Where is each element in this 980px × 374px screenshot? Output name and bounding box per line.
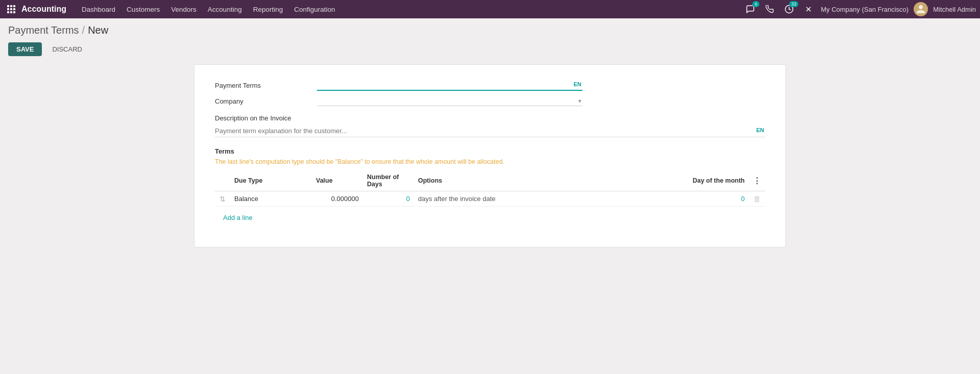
col-sort-header	[215, 170, 230, 191]
svg-rect-0	[7, 5, 9, 7]
nav-reporting[interactable]: Reporting	[248, 4, 288, 15]
nav-dashboard[interactable]: Dashboard	[77, 4, 120, 15]
svg-rect-4	[10, 8, 12, 10]
topnav: Accounting Dashboard Customers Vendors A…	[0, 0, 980, 18]
col-num-days-header: Number of Days	[363, 170, 414, 191]
terms-table-header: Due Type Value Number of Days Options Da	[215, 170, 765, 191]
row-due-type: Balance	[230, 191, 312, 207]
col-actions-header[interactable]: ⋮	[749, 170, 765, 191]
company-row: Company ▾	[215, 96, 765, 106]
activity-badge: 33	[789, 1, 798, 7]
chat-badge: 6	[752, 1, 760, 7]
terms-section: Terms The last line's computation type s…	[215, 147, 765, 227]
username: Mitchell Admin	[933, 6, 976, 13]
company-label: Company	[215, 97, 317, 105]
page-wrapper: Payment Terms / New SAVE DISCARD Payment…	[0, 18, 980, 254]
discard-button[interactable]: DISCARD	[46, 42, 88, 56]
action-bar: SAVE DISCARD	[8, 42, 972, 56]
row-day-of-month: 0	[688, 191, 749, 207]
chat-icon-btn[interactable]: 6	[743, 2, 757, 16]
svg-rect-2	[13, 5, 15, 7]
add-line-row: Add a line	[215, 207, 765, 227]
table-more-icon[interactable]: ⋮	[753, 177, 761, 185]
app-brand: Accounting	[21, 5, 66, 14]
desc-lang-badge[interactable]: EN	[756, 127, 764, 133]
breadcrumb-parent[interactable]: Payment Terms	[8, 24, 79, 36]
add-line-button[interactable]: Add a line	[219, 212, 257, 223]
save-button[interactable]: SAVE	[8, 42, 42, 56]
phone-icon-btn[interactable]	[763, 2, 777, 16]
svg-rect-6	[7, 11, 9, 13]
desc-input-wrap: EN	[215, 125, 765, 137]
terms-table: Due Type Value Number of Days Options Da	[215, 170, 765, 227]
col-due-type-header: Due Type	[230, 170, 312, 191]
row-value: 0.000000	[312, 191, 363, 207]
company-select[interactable]	[317, 96, 582, 106]
col-value-header: Value	[312, 170, 363, 191]
sort-arrows-icon[interactable]: ⇅	[219, 195, 226, 203]
activity-icon-btn[interactable]: 33	[782, 2, 796, 16]
col-day-header: Day of the month	[688, 170, 749, 191]
terms-header-row: Due Type Value Number of Days Options Da	[215, 170, 765, 191]
company-name: My Company (San Francisco)	[821, 6, 909, 13]
terms-table-body: ⇅ Balance 0.000000 0 days after the invo	[215, 191, 765, 227]
svg-rect-7	[10, 11, 12, 13]
topnav-menu: Dashboard Customers Vendors Accounting R…	[77, 4, 743, 15]
payment-terms-row: Payment Terms EN	[215, 80, 765, 91]
form-card: Payment Terms EN Company ▾ Description o…	[194, 64, 786, 247]
grid-menu-icon[interactable]	[4, 2, 18, 16]
nav-configuration[interactable]: Configuration	[289, 4, 340, 15]
row-delete: 🗑	[749, 191, 765, 207]
company-select-wrap: ▾	[317, 96, 582, 106]
svg-rect-1	[10, 5, 12, 7]
delete-row-icon[interactable]: 🗑	[753, 194, 761, 203]
terms-title: Terms	[215, 147, 765, 155]
nav-accounting[interactable]: Accounting	[203, 4, 247, 15]
payment-terms-lang-badge[interactable]: EN	[574, 81, 581, 87]
add-line-cell: Add a line	[215, 207, 765, 227]
close-icon-btn[interactable]	[801, 2, 816, 16]
col-options-header: Options	[414, 170, 688, 191]
table-row: ⇅ Balance 0.000000 0 days after the invo	[215, 191, 765, 207]
topnav-right: 6 33 My Company (San Francisco)	[743, 2, 976, 16]
description-section: Description on the Invoice EN	[215, 114, 765, 137]
desc-label: Description on the Invoice	[215, 114, 765, 122]
svg-rect-5	[13, 8, 15, 10]
payment-terms-input[interactable]	[317, 80, 582, 91]
payment-terms-input-wrap: EN	[317, 80, 582, 91]
row-sort-handle[interactable]: ⇅	[215, 191, 230, 207]
row-num-days: 0	[363, 191, 414, 207]
payment-terms-label: Payment Terms	[215, 82, 317, 89]
user-avatar[interactable]	[914, 2, 928, 16]
row-options: days after the invoice date	[414, 191, 688, 207]
nav-customers[interactable]: Customers	[121, 4, 165, 15]
svg-rect-8	[13, 11, 15, 13]
breadcrumb-separator: /	[82, 24, 85, 36]
svg-rect-3	[7, 8, 9, 10]
nav-vendors[interactable]: Vendors	[166, 4, 202, 15]
desc-input[interactable]	[215, 125, 765, 137]
terms-warning-text: The last line's computation type should …	[215, 158, 504, 165]
breadcrumb-current: New	[88, 24, 108, 36]
terms-warning: The last line's computation type should …	[215, 158, 765, 165]
breadcrumb: Payment Terms / New	[8, 24, 972, 36]
